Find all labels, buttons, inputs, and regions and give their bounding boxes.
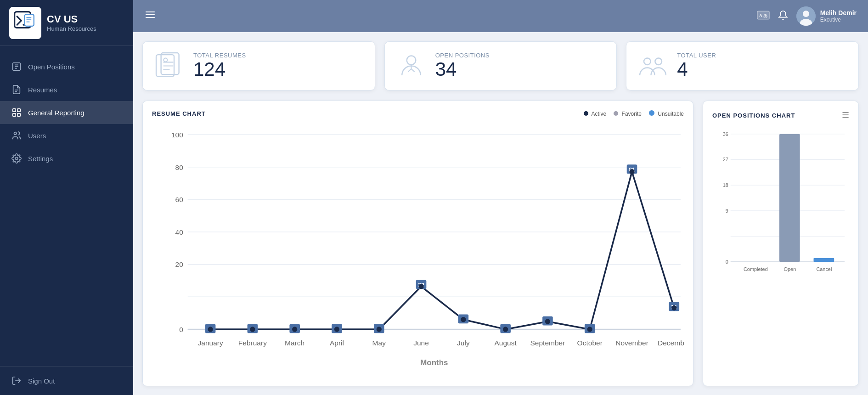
svg-rect-19 xyxy=(161,53,179,74)
sidebar-item-resumes[interactable]: Resumes xyxy=(0,78,133,101)
legend-favorite-label: Favorite xyxy=(622,111,642,117)
svg-point-71 xyxy=(545,319,550,324)
svg-point-65 xyxy=(292,327,297,332)
open-positions-icon xyxy=(11,62,22,72)
open-positions-card: OPEN POSITIONS 34 xyxy=(384,41,617,90)
svg-text:November: November xyxy=(615,339,648,347)
svg-rect-4 xyxy=(17,109,20,112)
svg-text:June: June xyxy=(413,339,429,347)
svg-text:Open: Open xyxy=(784,266,796,272)
svg-point-73 xyxy=(629,169,634,174)
open-positions-value: 34 xyxy=(435,59,490,80)
legend-active: Active xyxy=(584,111,606,117)
header: A あ Melih Demir xyxy=(133,0,868,32)
positions-bar-chart: 36 27 18 9 0 Completed Open xyxy=(712,125,849,303)
sidebar-item-users[interactable]: Users xyxy=(0,124,133,147)
translate-icon[interactable]: A あ xyxy=(757,10,770,23)
svg-point-8 xyxy=(15,157,18,160)
legend-unsuitable-dot xyxy=(649,110,654,116)
sidebar-item-open-positions[interactable]: Open Positions xyxy=(0,55,133,78)
svg-text:9: 9 xyxy=(726,208,728,214)
main-area: A あ Melih Demir xyxy=(133,0,868,395)
svg-point-72 xyxy=(587,327,592,332)
svg-point-24 xyxy=(655,58,662,65)
user-role: Excutive xyxy=(820,17,857,23)
sidebar-item-general-reporting[interactable]: General Reporting xyxy=(0,101,133,124)
legend-favorite: Favorite xyxy=(614,111,642,117)
total-user-value: 4 xyxy=(677,59,716,80)
user-text: Melih Demir Excutive xyxy=(820,9,857,23)
resume-chart-card: RESUME CHART Active Favorite Unsuitab xyxy=(142,101,693,386)
content-area: TOTAL RESUMES 124 OPEN POSITIONS 34 xyxy=(133,32,868,395)
svg-point-67 xyxy=(377,327,382,332)
stats-row: TOTAL RESUMES 124 OPEN POSITIONS 34 xyxy=(142,41,859,90)
svg-text:60: 60 xyxy=(175,196,184,203)
hamburger-button[interactable] xyxy=(145,9,156,23)
user-name: Melih Demir xyxy=(820,9,857,17)
positions-chart-header: OPEN POSITIONS CHART ☰ xyxy=(712,110,849,120)
total-user-info: TOTAL USER 4 xyxy=(677,52,716,80)
svg-text:March: March xyxy=(285,339,304,347)
svg-point-16 xyxy=(803,11,809,17)
signout-label: Sign Out xyxy=(28,377,55,385)
resume-chart-title: RESUME CHART xyxy=(152,110,206,117)
svg-point-7 xyxy=(14,132,17,135)
notification-bell-icon[interactable] xyxy=(778,10,788,23)
avatar xyxy=(796,6,816,26)
logo-icon xyxy=(9,7,41,39)
svg-text:Completed: Completed xyxy=(744,266,768,272)
positions-chart-card: OPEN POSITIONS CHART ☰ 36 27 18 9 xyxy=(703,101,859,386)
sidebar-item-settings-label: Settings xyxy=(28,155,53,163)
user-info: Melih Demir Excutive xyxy=(796,6,857,26)
app-subtitle: Human Resources xyxy=(47,25,96,32)
svg-point-21 xyxy=(406,56,416,65)
svg-point-70 xyxy=(503,327,508,332)
svg-text:0: 0 xyxy=(726,259,728,265)
signout-icon xyxy=(11,376,22,386)
svg-text:December: December xyxy=(658,339,684,347)
header-right: A あ Melih Demir xyxy=(757,6,857,26)
svg-rect-6 xyxy=(17,113,20,116)
svg-text:May: May xyxy=(372,339,386,347)
charts-row: RESUME CHART Active Favorite Unsuitab xyxy=(142,101,859,386)
total-user-label: TOTAL USER xyxy=(677,52,716,59)
legend-favorite-dot xyxy=(614,111,618,116)
svg-text:February: February xyxy=(238,339,267,347)
svg-text:October: October xyxy=(577,339,603,347)
svg-rect-3 xyxy=(13,109,16,112)
svg-rect-100 xyxy=(779,134,800,262)
positions-stat-icon xyxy=(396,51,426,81)
general-reporting-icon xyxy=(11,107,22,118)
svg-text:80: 80 xyxy=(175,164,184,171)
total-resumes-label: TOTAL RESUMES xyxy=(193,52,246,59)
svg-text:20: 20 xyxy=(175,260,184,268)
svg-text:January: January xyxy=(198,339,223,347)
total-resumes-value: 124 xyxy=(193,59,246,80)
legend-active-dot xyxy=(584,111,588,116)
sidebar-item-general-reporting-label: General Reporting xyxy=(28,109,85,117)
total-resumes-card: TOTAL RESUMES 124 xyxy=(142,41,375,90)
sidebar-item-open-positions-label: Open Positions xyxy=(28,63,75,71)
svg-text:Months: Months xyxy=(420,358,448,367)
users-icon xyxy=(11,130,22,141)
logo-area: CV US Human Resources xyxy=(0,0,133,46)
resume-chart-legend: Active Favorite Unsuitable xyxy=(584,110,684,117)
svg-text:27: 27 xyxy=(723,157,728,162)
total-resumes-info: TOTAL RESUMES 124 xyxy=(193,52,246,80)
legend-active-label: Active xyxy=(592,111,607,117)
positions-chart-menu[interactable]: ☰ xyxy=(842,110,849,120)
sidebar-item-users-label: Users xyxy=(28,132,46,140)
resumes-icon xyxy=(11,85,22,95)
sidebar: CV US Human Resources Open Positions Res… xyxy=(0,0,133,395)
svg-text:18: 18 xyxy=(723,182,728,188)
app-name: CV US xyxy=(47,13,96,25)
svg-rect-5 xyxy=(13,113,16,116)
sidebar-item-settings[interactable]: Settings xyxy=(0,147,133,170)
svg-text:Cancel: Cancel xyxy=(816,266,832,272)
svg-text:August: August xyxy=(494,339,517,347)
svg-point-68 xyxy=(418,284,423,289)
resume-line-chart: 100 80 60 40 20 0 0 xyxy=(152,122,684,375)
positions-chart-title: OPEN POSITIONS CHART xyxy=(712,112,795,119)
open-positions-label: OPEN POSITIONS xyxy=(435,52,490,59)
signout-button[interactable]: Sign Out xyxy=(0,366,133,395)
